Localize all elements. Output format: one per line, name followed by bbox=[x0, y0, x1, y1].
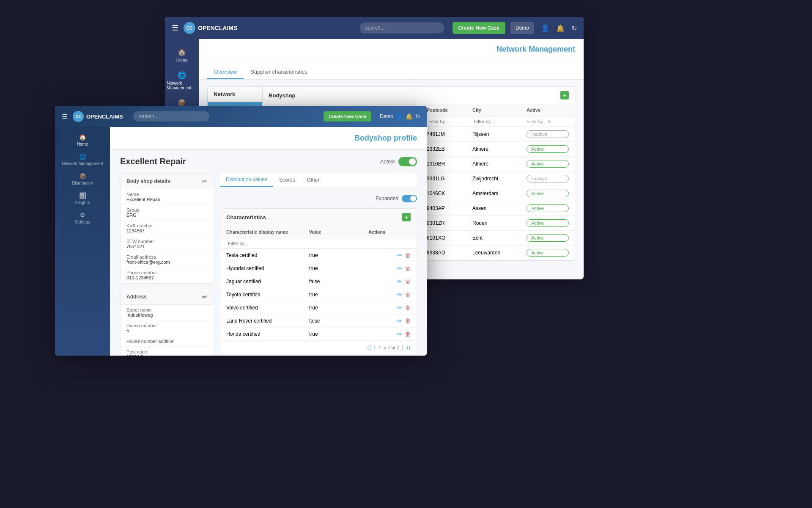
back-tab-supplier[interactable]: Supplier characteristics bbox=[244, 65, 314, 79]
back-sidebar-item-home[interactable]: 🏠 Home bbox=[165, 44, 199, 67]
back-create-btn[interactable]: Create New Case bbox=[453, 22, 505, 34]
back-refresh-icon[interactable]: ↻ bbox=[571, 24, 577, 32]
char-actions: ✏ 🗑 bbox=[368, 331, 411, 337]
detail-group-value: ERG bbox=[126, 213, 207, 218]
tab-other[interactable]: Other bbox=[301, 173, 325, 187]
back-user-icon[interactable]: 👤 bbox=[541, 24, 549, 32]
back-filter-city[interactable] bbox=[472, 118, 523, 125]
detail-phone-value: 010-1234567 bbox=[126, 275, 207, 280]
status-badge: Active bbox=[527, 249, 569, 257]
status-badge: Active bbox=[527, 145, 569, 153]
list-item: Honda certified true ✏ 🗑 bbox=[220, 328, 417, 341]
back-bell-icon[interactable]: 🔔 bbox=[556, 24, 565, 32]
detail-house-add-label: House number addition bbox=[126, 339, 207, 344]
front-layout: 🏠 Home 🌐 Network Management 📦 Distributi… bbox=[55, 127, 427, 356]
front-hamburger-icon[interactable]: ☰ bbox=[62, 113, 68, 121]
front-create-btn[interactable]: Create New Case bbox=[324, 111, 371, 121]
front-topbar: ☰ OC OPENCLAIMS Create New Case Demo 👤 🔔… bbox=[55, 106, 427, 127]
char-actions: ✏ 🗑 bbox=[368, 304, 411, 311]
back-filter-postcode[interactable] bbox=[427, 118, 469, 125]
prev-page-btn[interactable]: ⟨ bbox=[374, 345, 376, 351]
delete-icon[interactable]: 🗑 bbox=[405, 291, 411, 298]
active-toggle-switch[interactable] bbox=[398, 157, 417, 166]
front-distribution-icon: 📦 bbox=[79, 173, 86, 179]
detail-house-label: House number bbox=[126, 323, 207, 328]
detail-post-value: 1785AG bbox=[126, 354, 207, 356]
front-search-input[interactable] bbox=[133, 111, 209, 121]
list-item: Jaguar certified false ✏ 🗑 bbox=[220, 275, 417, 288]
front-sidebar-item-distribution[interactable]: 📦 Distribution bbox=[55, 169, 110, 189]
tab-scores[interactable]: Scores bbox=[273, 173, 301, 187]
back-filter-active-dropdown[interactable]: Filter by... ▾ bbox=[527, 118, 569, 125]
char-name: Tesla certified bbox=[226, 252, 309, 258]
next-page-btn[interactable]: ⟩ bbox=[402, 345, 404, 351]
distribution-tabs: Distribution values Scores Other bbox=[220, 173, 417, 187]
back-col-city: City bbox=[472, 108, 523, 113]
detail-phone-row: Phone number 010-1234567 bbox=[121, 268, 213, 283]
delete-icon[interactable]: 🗑 bbox=[405, 252, 411, 259]
delete-icon[interactable]: 🗑 bbox=[405, 304, 411, 311]
back-search-input[interactable] bbox=[359, 22, 444, 33]
back-topbar: ☰ OC OPENCLAIMS Create New Case Demo 👤 🔔… bbox=[165, 17, 584, 39]
front-sidebar-item-home[interactable]: 🏠 Home bbox=[55, 130, 110, 150]
front-sidebar-item-insights[interactable]: 📊 Insights bbox=[55, 189, 110, 208]
front-bell-icon[interactable]: 🔔 bbox=[406, 113, 413, 120]
tab-distribution-values[interactable]: Distribution values bbox=[220, 173, 273, 187]
last-page-btn[interactable]: ⟩⟩ bbox=[406, 345, 411, 351]
back-page-title: Network Management bbox=[497, 45, 575, 54]
edit-icon[interactable]: ✏ bbox=[397, 265, 402, 272]
row-city: Almere bbox=[472, 161, 523, 167]
front-user-icon[interactable]: 👤 bbox=[396, 113, 403, 120]
delete-icon[interactable]: 🗑 bbox=[405, 278, 411, 285]
add-characteristic-btn[interactable]: + bbox=[402, 213, 411, 221]
edit-icon[interactable]: ✏ bbox=[397, 278, 402, 285]
row-postcode: 7461JM bbox=[427, 131, 469, 137]
back-tab-overview[interactable]: Overview bbox=[207, 65, 244, 79]
back-demo-btn[interactable]: Demo bbox=[510, 22, 534, 34]
expanded-toggle[interactable] bbox=[402, 195, 417, 202]
back-sidebar-label-network: Network Management bbox=[167, 81, 197, 90]
front-demo-area: Demo 👤 🔔 ↻ bbox=[380, 113, 420, 120]
edit-icon[interactable]: ✏ bbox=[397, 318, 402, 324]
back-logo-text: OPENCLAIMS bbox=[198, 25, 237, 31]
row-city: Zwijndrecht bbox=[472, 176, 523, 182]
row-city: Echt bbox=[472, 235, 523, 241]
detail-group-label: Group bbox=[126, 207, 207, 213]
front-sidebar-item-network[interactable]: 🌐 Network Management bbox=[55, 150, 110, 169]
char-name: Hyundai certified bbox=[226, 265, 309, 271]
edit-icon[interactable]: ✏ bbox=[397, 291, 402, 298]
first-page-btn[interactable]: ⟨⟨ bbox=[367, 345, 371, 351]
back-sidebar-item-network[interactable]: 🌐 Network Management bbox=[165, 67, 199, 94]
row-postcode: 6101XO bbox=[427, 235, 469, 241]
address-title: Address bbox=[126, 294, 147, 300]
char-filter-row bbox=[220, 238, 417, 249]
edit-icon[interactable]: ✏ bbox=[397, 252, 402, 259]
pagination-info: 1 to 7 of 7 bbox=[379, 345, 399, 350]
detail-kvk-value: 1234567 bbox=[126, 228, 207, 233]
front-network-icon: 🌐 bbox=[79, 153, 86, 160]
body-shop-details-header: Body shop details ⇌ bbox=[121, 174, 213, 189]
front-logo: OC OPENCLAIMS bbox=[73, 111, 123, 122]
front-refresh-icon[interactable]: ↻ bbox=[415, 113, 420, 120]
address-toggle-icon[interactable]: ⇌ bbox=[202, 293, 207, 300]
detail-btw-label: BTW number bbox=[126, 239, 207, 244]
char-filter-name[interactable] bbox=[226, 240, 309, 247]
back-hamburger-icon[interactable]: ☰ bbox=[172, 23, 178, 33]
front-sidebar-item-settings[interactable]: ⚙ Settings bbox=[55, 208, 110, 228]
delete-icon[interactable]: 🗑 bbox=[405, 331, 411, 337]
char-value: true bbox=[309, 305, 368, 311]
back-add-bodyshop-btn[interactable]: + bbox=[560, 91, 569, 99]
list-item: Land Rover certified false ✏ 🗑 bbox=[220, 315, 417, 328]
detail-email-row: Email address front-office@erg.com bbox=[121, 252, 213, 268]
delete-icon[interactable]: 🗑 bbox=[405, 318, 411, 324]
edit-icon[interactable]: ✏ bbox=[397, 331, 402, 337]
list-item: Volvo certified true ✏ 🗑 bbox=[220, 301, 417, 315]
details-toggle-icon[interactable]: ⇌ bbox=[202, 178, 207, 185]
char-name: Toyota certified bbox=[226, 292, 309, 298]
profile-header: Bodyshop profile bbox=[110, 127, 427, 150]
edit-icon[interactable]: ✏ bbox=[397, 304, 402, 311]
char-actions: ✏ 🗑 bbox=[368, 278, 411, 285]
delete-icon[interactable]: 🗑 bbox=[405, 265, 411, 272]
left-panel: Body shop details ⇌ Name Excellent Repai… bbox=[120, 173, 213, 356]
row-postcode: 8938AD bbox=[427, 250, 469, 256]
